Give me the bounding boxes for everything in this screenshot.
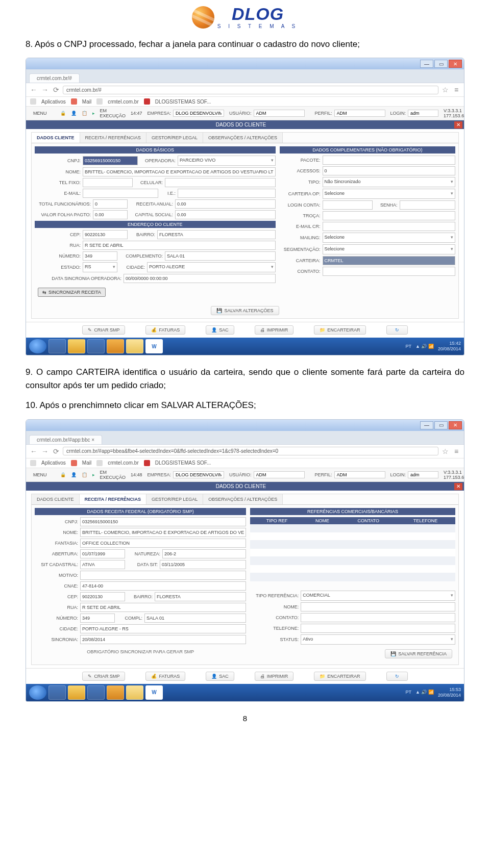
abertura-input[interactable]: 01/07/1999 — [80, 549, 125, 558]
bookmark-mail[interactable]: Mail — [82, 460, 91, 466]
cep-input[interactable]: 90220130 — [80, 592, 125, 601]
bookmark-dlog[interactable]: DLOGSISTEMAS SOF... — [155, 460, 211, 466]
table-row[interactable] — [250, 565, 455, 573]
yt-icon[interactable] — [144, 460, 150, 466]
datasit-input[interactable]: 03/11/2005 — [160, 560, 246, 569]
login-field[interactable] — [408, 471, 438, 478]
empresa-field[interactable] — [173, 110, 224, 117]
taskbar-app[interactable] — [48, 685, 66, 700]
menu-button[interactable]: MENU — [30, 110, 50, 117]
browser-tab[interactable]: crmtel.com.br/#app:bbc × — [29, 435, 102, 444]
taskbar-app[interactable] — [48, 339, 66, 353]
cidade-input[interactable]: PORTO ALEGRE - RS — [80, 624, 246, 633]
usuario-field[interactable] — [254, 471, 305, 478]
cnpj-input[interactable]: 03256915000150 — [83, 156, 138, 165]
forward-icon[interactable]: → — [40, 447, 50, 456]
perfil-field[interactable] — [334, 471, 385, 478]
table-row[interactable] — [250, 540, 455, 548]
cidade-select[interactable]: PORTO ALEGRE — [147, 262, 276, 272]
natureza-input[interactable]: 206-2 — [162, 549, 246, 558]
win-close-icon[interactable]: ✕ — [449, 421, 462, 429]
troca-input[interactable] — [323, 211, 455, 220]
cep-input[interactable]: 90220130 — [83, 230, 128, 239]
win-max-icon[interactable]: ▭ — [434, 60, 448, 68]
motivo-input[interactable] — [80, 571, 246, 580]
senha-input[interactable] — [400, 200, 455, 210]
numero-input[interactable]: 349 — [80, 614, 115, 623]
datasync-input[interactable]: 00/00/0000 00:00:00 — [124, 274, 276, 283]
estado-select[interactable]: RS — [83, 262, 117, 272]
tray-lang[interactable]: PT — [406, 690, 412, 695]
tab-gestor[interactable]: GESTOR/REP LEGAL — [146, 494, 203, 504]
table-row[interactable] — [250, 573, 455, 581]
imprimir-button[interactable]: 🖨IMPRIMIR — [255, 325, 294, 335]
win-min-icon[interactable]: — — [420, 421, 433, 429]
address-bar[interactable]: crmtel.com.br/# — [63, 86, 438, 94]
menu-icon[interactable]: ≡ — [452, 85, 461, 94]
folha-input[interactable]: 0.00 — [93, 210, 128, 219]
contato-input[interactable] — [323, 267, 455, 276]
fantasia-input[interactable]: OFFICE COLLECTION — [80, 539, 246, 548]
tab-dados-cliente[interactable]: DADOS CLIENTE — [32, 494, 80, 504]
tray-icons[interactable]: ▲ 🔊 📶 — [415, 344, 434, 349]
criar-smp-button[interactable]: ✎CRIAR SMP — [82, 325, 125, 335]
encarteirar-button[interactable]: 📁ENCARTEIRAR — [314, 325, 365, 335]
taskbar-app[interactable] — [107, 339, 124, 353]
refcontato-input[interactable] — [301, 613, 455, 622]
table-row[interactable] — [250, 524, 455, 532]
mail-icon[interactable] — [71, 98, 77, 105]
bairro-input[interactable]: FLORESTA — [157, 230, 276, 239]
tab-obs[interactable]: OBSERVAÇÕES / ALTERAÇÕES — [203, 133, 283, 143]
refnome-input[interactable] — [301, 602, 455, 611]
taskbar-word-icon[interactable]: W — [145, 685, 163, 700]
tiporef-select[interactable]: COMERCIAL — [301, 591, 455, 601]
bookmark-apps[interactable]: Aplicativos — [41, 460, 66, 466]
taskbar-explorer-icon[interactable] — [126, 685, 143, 700]
panel-close-icon[interactable]: ✕ — [454, 483, 462, 490]
apps-icon[interactable] — [30, 98, 36, 105]
sincronia-input[interactable]: 20/08/2014 — [80, 635, 246, 644]
acessos-input[interactable]: 0 — [323, 166, 455, 175]
bookmark-crm[interactable]: crmtel.com.br — [108, 99, 139, 105]
emailcr-input[interactable] — [323, 222, 455, 231]
start-button-icon[interactable] — [29, 685, 46, 700]
bookmark-dlog[interactable]: DLOGSISTEMAS SOF... — [155, 99, 211, 105]
cel-input[interactable] — [165, 178, 276, 187]
carteiraop-select[interactable]: Selecione — [323, 189, 455, 199]
compl-input[interactable]: SALA 01 — [165, 251, 276, 261]
tab-gestor[interactable]: GESTOR/REP LEGAL — [146, 133, 203, 143]
start-button-icon[interactable] — [29, 339, 46, 353]
usuario-field[interactable] — [254, 110, 305, 117]
site-icon[interactable] — [96, 98, 103, 105]
tray-lang[interactable]: PT — [406, 344, 412, 349]
sitcad-input[interactable]: ATIVA — [80, 560, 125, 569]
refstatus-select[interactable]: Ativo — [301, 634, 455, 645]
star-icon[interactable]: ☆ — [440, 447, 450, 456]
yt-icon[interactable] — [144, 98, 150, 105]
tab-dados-cliente[interactable]: DADOS CLIENTE — [32, 133, 80, 143]
table-row[interactable] — [250, 548, 455, 556]
apps-icon[interactable] — [30, 460, 36, 466]
imprimir-button[interactable]: 🖨IMPRIMIR — [255, 672, 294, 681]
win-min-icon[interactable]: — — [420, 60, 433, 68]
salvar-alteracoes-button[interactable]: 💾SALVAR ALTERAÇÕES — [211, 306, 279, 315]
pacote-input[interactable] — [323, 156, 455, 165]
refresh-button[interactable]: ↻ — [386, 672, 408, 681]
rua-input[interactable]: R SETE DE ABRIL — [80, 603, 246, 612]
tipo-select[interactable]: Não Sincronizado — [323, 177, 455, 187]
bookmark-apps[interactable]: Aplicativos — [41, 99, 66, 105]
tel-input[interactable] — [83, 178, 133, 187]
tab-receita[interactable]: RECEITA / REFERÊNCIAS — [80, 133, 146, 143]
taskbar-chrome-icon[interactable] — [68, 685, 85, 700]
menu-icon[interactable]: ≡ — [452, 447, 461, 456]
taskbar-word-icon[interactable]: W — [145, 339, 163, 353]
tray-icons[interactable]: ▲ 🔊 📶 — [415, 690, 434, 695]
tab-obs[interactable]: OBSERVAÇÕES / ALTERAÇÕES — [203, 494, 283, 504]
mail-icon[interactable] — [71, 460, 77, 466]
faturas-button[interactable]: 💰FATURAS — [145, 325, 185, 335]
taskbar-app[interactable] — [107, 685, 124, 700]
forward-icon[interactable]: → — [40, 85, 50, 94]
taskbar-chrome-icon[interactable] — [68, 339, 85, 353]
empresa-field[interactable] — [173, 471, 224, 478]
taskbar-app[interactable] — [87, 685, 105, 700]
